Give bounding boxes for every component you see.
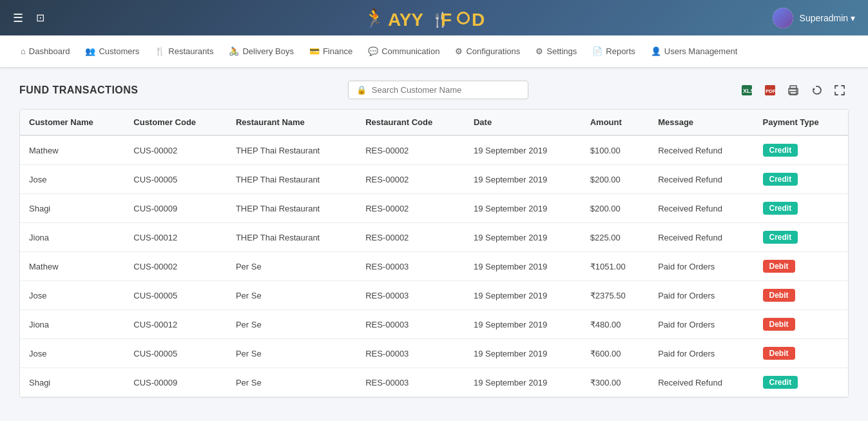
cell-message: Paid for Orders — [649, 339, 753, 368]
cell-customer-code: CUS-00005 — [124, 339, 227, 368]
svg-point-5 — [459, 14, 468, 23]
delivery-icon: 🚴 — [229, 46, 239, 56]
cell-customer-name: Jose — [20, 339, 124, 368]
cell-restaurant-code: RES-00002 — [356, 165, 465, 194]
cell-payment-type: Credit — [754, 223, 848, 252]
cell-customer-code: CUS-00002 — [124, 135, 227, 165]
refresh-icon[interactable] — [807, 81, 825, 99]
cell-payment-type: Debit — [754, 339, 848, 368]
search-input[interactable] — [372, 85, 520, 95]
cell-message: Paid for Orders — [649, 252, 753, 281]
main-content: FUND TRANSACTIONS 🔒 XLS PDF — [0, 68, 868, 411]
cell-date: 19 September 2019 — [465, 339, 581, 368]
cell-amount: ₹1051.00 — [581, 252, 649, 281]
payment-type-badge: Debit — [763, 289, 795, 302]
col-message: Message — [649, 110, 753, 135]
col-customer-code: Customer Code — [124, 110, 227, 135]
print-icon[interactable] — [784, 81, 802, 99]
cell-message: Received Refund — [649, 165, 753, 194]
settings-icon: ⚙ — [535, 46, 543, 56]
cell-amount: $200.00 — [581, 165, 649, 194]
cell-restaurant-code: RES-00003 — [356, 252, 465, 281]
svg-text:XLS: XLS — [743, 88, 753, 94]
cell-restaurant-name: THEP Thai Restaurant — [227, 165, 356, 194]
svg-text:🏃: 🏃 — [363, 8, 386, 29]
cell-restaurant-code: RES-00003 — [356, 368, 465, 397]
logo: 🏃 AYY 🍴 F D — [363, 5, 505, 31]
cell-amount: $200.00 — [581, 194, 649, 223]
users-icon: 👤 — [651, 46, 661, 56]
header: ☰ ⊡ 🏃 AYY 🍴 F D Superadmin ▾ — [0, 0, 868, 35]
nav-customers[interactable]: 👥 Customers — [77, 35, 147, 67]
cell-restaurant-code: RES-00002 — [356, 223, 465, 252]
nav-settings[interactable]: ⚙ Settings — [528, 35, 584, 67]
cell-restaurant-code: RES-00003 — [356, 310, 465, 339]
cell-customer-code: CUS-00005 — [124, 165, 227, 194]
col-customer-name: Customer Name — [20, 110, 124, 135]
export-pdf-icon[interactable]: PDF — [761, 81, 779, 99]
svg-rect-12 — [790, 86, 796, 89]
cell-message: Received Refund — [649, 223, 753, 252]
payment-type-badge: Debit — [763, 347, 795, 360]
cell-restaurant-name: THEP Thai Restaurant — [227, 223, 356, 252]
cell-amount: ₹300.00 — [581, 368, 649, 397]
table-row: Jose CUS-00005 THEP Thai Restaurant RES-… — [20, 165, 848, 194]
header-left: ☰ ⊡ — [13, 11, 44, 25]
hamburger-icon[interactable]: ☰ — [13, 11, 23, 25]
header-right: Superadmin ▾ — [773, 8, 855, 28]
svg-text:PDF: PDF — [766, 88, 776, 94]
payment-type-badge: Credit — [763, 231, 798, 244]
cell-date: 19 September 2019 — [465, 223, 581, 252]
expand-icon[interactable]: ⊡ — [36, 12, 44, 24]
cell-customer-name: Jose — [20, 281, 124, 310]
table-row: Mathew CUS-00002 THEP Thai Restaurant RE… — [20, 135, 848, 165]
export-excel-icon[interactable]: XLS — [738, 81, 756, 99]
nav-delivery-boys[interactable]: 🚴 Delivery Boys — [221, 35, 301, 67]
table-header-row: Customer Name Customer Code Restaurant N… — [20, 110, 848, 135]
payment-type-badge: Credit — [763, 144, 798, 157]
customers-icon: 👥 — [85, 46, 95, 56]
col-restaurant-name: Restaurant Name — [227, 110, 356, 135]
svg-text:D: D — [472, 10, 485, 30]
nav-configurations[interactable]: ⚙ Configurations — [447, 35, 528, 67]
nav-communication[interactable]: 💬 Communication — [360, 35, 447, 67]
fullscreen-icon[interactable] — [831, 81, 849, 99]
communication-icon: 💬 — [368, 46, 378, 56]
cell-message: Received Refund — [649, 368, 753, 397]
cell-date: 19 September 2019 — [465, 135, 581, 165]
nav-dashboard[interactable]: ⌂ Dashboard — [13, 35, 77, 67]
user-dropdown[interactable]: Superadmin ▾ — [800, 13, 855, 23]
cell-restaurant-name: Per Se — [227, 281, 356, 310]
cell-restaurant-name: Per Se — [227, 310, 356, 339]
nav-users-management[interactable]: 👤 Users Management — [643, 35, 745, 67]
cell-customer-code: CUS-00012 — [124, 310, 227, 339]
table-row: Mathew CUS-00002 Per Se RES-00003 19 Sep… — [20, 252, 848, 281]
nav-restaurants[interactable]: 🍴 Restaurants — [147, 35, 221, 67]
cell-customer-name: Shagi — [20, 194, 124, 223]
cell-amount: ₹2375.50 — [581, 281, 649, 310]
navbar: ⌂ Dashboard 👥 Customers 🍴 Restaurants 🚴 … — [0, 35, 868, 68]
cell-date: 19 September 2019 — [465, 310, 581, 339]
nav-reports[interactable]: 📄 Reports — [584, 35, 643, 67]
reports-icon: 📄 — [592, 46, 603, 56]
payment-type-badge: Credit — [763, 173, 798, 186]
cell-payment-type: Debit — [754, 281, 848, 310]
avatar — [773, 8, 793, 28]
cell-date: 19 September 2019 — [465, 252, 581, 281]
table-row: Jiona CUS-00012 Per Se RES-00003 19 Sept… — [20, 310, 848, 339]
cell-message: Received Refund — [649, 135, 753, 165]
cell-date: 19 September 2019 — [465, 281, 581, 310]
section-header: FUND TRANSACTIONS 🔒 XLS PDF — [19, 81, 849, 99]
svg-rect-13 — [790, 92, 796, 95]
cell-customer-name: Jiona — [20, 310, 124, 339]
action-icons: XLS PDF — [738, 81, 849, 99]
cell-amount: $100.00 — [581, 135, 649, 165]
cell-amount: $225.00 — [581, 223, 649, 252]
cell-restaurant-name: THEP Thai Restaurant — [227, 194, 356, 223]
svg-point-14 — [796, 90, 797, 91]
cell-customer-name: Jiona — [20, 223, 124, 252]
cell-payment-type: Credit — [754, 135, 848, 165]
cell-restaurant-code: RES-00002 — [356, 194, 465, 223]
nav-finance[interactable]: 💳 Finance — [302, 35, 360, 67]
cell-payment-type: Credit — [754, 165, 848, 194]
